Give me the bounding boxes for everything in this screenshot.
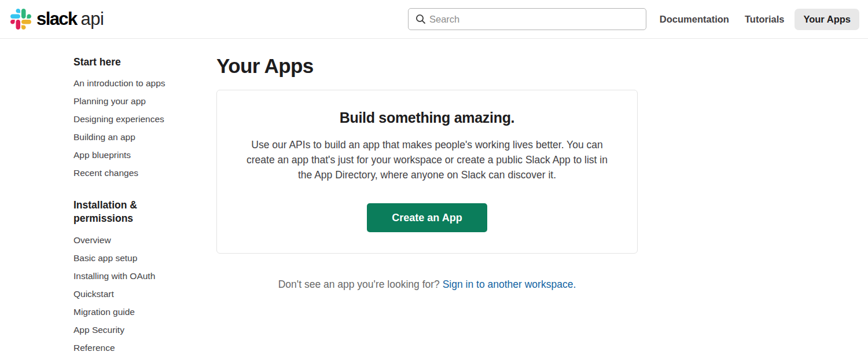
- sidebar-item-designing-experiences[interactable]: Designing experiences: [73, 110, 193, 128]
- sidebar-item-app-blueprints[interactable]: App blueprints: [73, 146, 193, 164]
- main-content: Your Apps Build something amazing. Use o…: [216, 39, 638, 291]
- signin-note-period: .: [573, 279, 576, 290]
- search-box[interactable]: [408, 8, 646, 30]
- sidebar-item-planning-your-app[interactable]: Planning your app: [73, 92, 193, 110]
- sidebar-section-title-installation-permissions: Installation & permissions: [73, 199, 193, 225]
- signin-workspace-link[interactable]: Sign in to another workspace: [443, 279, 573, 290]
- workspace-signin-note: Don't see an app you're looking for? Sig…: [216, 279, 638, 291]
- card-body-text: Use our APIs to build an app that makes …: [240, 137, 614, 182]
- sidebar-item-migration-guide[interactable]: Migration guide: [73, 303, 193, 321]
- sidebar-item-quickstart[interactable]: Quickstart: [73, 285, 193, 303]
- sidebar-item-recent-changes[interactable]: Recent changes: [73, 164, 193, 182]
- search-input[interactable]: [426, 9, 646, 30]
- nav-documentation[interactable]: Documentation: [660, 14, 729, 25]
- signin-prompt-text: Don't see an app you're looking for?: [278, 279, 443, 290]
- logo-suffix-text: api: [81, 9, 104, 30]
- sidebar-section-title-start-here: Start here: [73, 56, 193, 69]
- card-heading: Build something amazing.: [240, 109, 614, 126]
- top-nav: Documentation Tutorials Your Apps: [644, 9, 868, 30]
- content-area: Start here An introduction to apps Plann…: [0, 39, 868, 357]
- page: slack api Documentation Tutorials Your A…: [0, 0, 868, 359]
- sidebar-item-app-security[interactable]: App Security: [73, 321, 193, 339]
- sidebar-item-an-introduction-to-apps[interactable]: An introduction to apps: [73, 74, 193, 92]
- logo-brand-text: slack: [36, 9, 77, 30]
- nav-your-apps[interactable]: Your Apps: [795, 9, 859, 30]
- sidebar: Start here An introduction to apps Plann…: [0, 39, 216, 357]
- sidebar-item-overview[interactable]: Overview: [73, 231, 193, 249]
- page-title: Your Apps: [216, 54, 638, 78]
- top-bar: slack api Documentation Tutorials Your A…: [0, 0, 868, 39]
- slack-logo-icon: [10, 9, 31, 30]
- sidebar-item-basic-app-setup[interactable]: Basic app setup: [73, 249, 193, 267]
- your-apps-card: Build something amazing. Use our APIs to…: [216, 90, 638, 254]
- search-icon: [415, 14, 426, 24]
- nav-tutorials[interactable]: Tutorials: [745, 14, 784, 25]
- sidebar-item-installing-with-oauth[interactable]: Installing with OAuth: [73, 267, 193, 285]
- sidebar-item-building-an-app[interactable]: Building an app: [73, 128, 193, 146]
- sidebar-item-reference[interactable]: Reference: [73, 339, 193, 357]
- slack-api-logo[interactable]: slack api: [10, 9, 104, 30]
- create-an-app-button[interactable]: Create an App: [367, 203, 487, 232]
